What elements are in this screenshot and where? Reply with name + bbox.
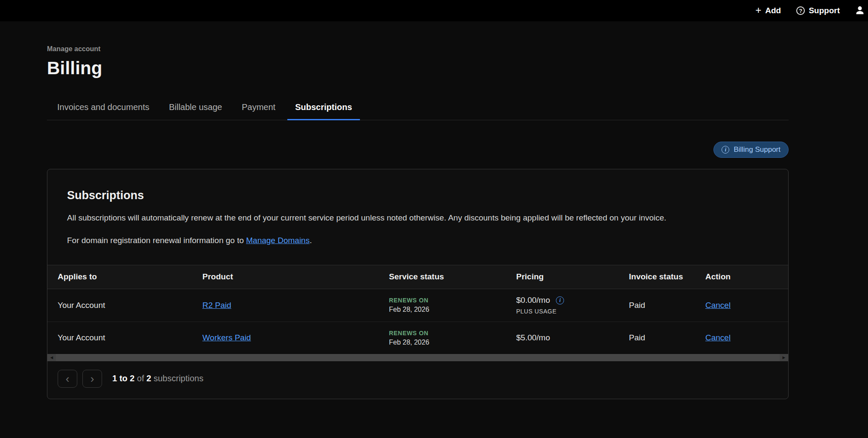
renews-on-label: Renews on bbox=[389, 297, 516, 304]
card-title: Subscriptions bbox=[67, 189, 769, 202]
pagination-total: 2 bbox=[146, 374, 151, 383]
user-menu-button[interactable] bbox=[855, 6, 865, 16]
subscriptions-card: Subscriptions All subscriptions will aut… bbox=[47, 169, 789, 399]
column-header-pricing: Pricing bbox=[516, 272, 629, 281]
topbar: + Add ? Support bbox=[0, 0, 868, 21]
pagination-summary: 1 to 2 of 2 subscriptions bbox=[112, 374, 203, 383]
next-page-button[interactable]: › bbox=[82, 370, 102, 388]
domains-text-suffix: . bbox=[310, 236, 312, 245]
pagination: ‹ › 1 to 2 of 2 subscriptions bbox=[47, 361, 788, 399]
info-icon: i bbox=[722, 146, 729, 154]
tab-billable-usage[interactable]: Billable usage bbox=[161, 96, 230, 120]
cell-applies-to: Your Account bbox=[58, 301, 202, 310]
cell-applies-to: Your Account bbox=[58, 333, 202, 342]
price-value: $0.00/mo bbox=[516, 296, 550, 305]
question-circle-icon: ? bbox=[796, 6, 805, 15]
previous-page-button[interactable]: ‹ bbox=[58, 370, 77, 388]
column-header-invoice-status: Invoice status bbox=[629, 272, 705, 281]
chevron-right-icon: › bbox=[91, 373, 94, 384]
pagination-unit: subscriptions bbox=[151, 374, 203, 383]
column-header-action: Action bbox=[705, 272, 778, 281]
card-domains-line: For domain registration renewal informat… bbox=[67, 236, 769, 245]
add-button-label: Add bbox=[765, 6, 781, 15]
cancel-link[interactable]: Cancel bbox=[705, 301, 731, 310]
billing-support-label: Billing Support bbox=[734, 145, 780, 154]
support-button[interactable]: ? Support bbox=[796, 6, 840, 15]
horizontal-scrollbar[interactable]: ◄ ► bbox=[47, 354, 788, 361]
pricing-info-icon[interactable]: i bbox=[556, 296, 564, 305]
product-link-workers-paid[interactable]: Workers Paid bbox=[202, 333, 251, 342]
scroll-left-icon[interactable]: ◄ bbox=[47, 354, 56, 361]
billing-support-button[interactable]: i Billing Support bbox=[713, 142, 789, 158]
main-content: Manage account Billing Invoices and docu… bbox=[47, 21, 789, 399]
price-note: PLUS USAGE bbox=[516, 308, 629, 315]
product-link-r2-paid[interactable]: R2 Paid bbox=[202, 301, 231, 310]
manage-domains-link[interactable]: Manage Domains bbox=[246, 236, 310, 245]
renewal-date: Feb 28, 2026 bbox=[389, 339, 516, 346]
table-row: Your Account Workers Paid Renews on Feb … bbox=[47, 322, 788, 354]
tab-subscriptions[interactable]: Subscriptions bbox=[287, 96, 359, 120]
domains-text-prefix: For domain registration renewal informat… bbox=[67, 236, 246, 245]
renews-on-label: Renews on bbox=[389, 330, 516, 336]
pagination-range: 1 to 2 bbox=[112, 374, 134, 383]
breadcrumb[interactable]: Manage account bbox=[47, 45, 789, 53]
cancel-link[interactable]: Cancel bbox=[705, 333, 731, 342]
price-value: $5.00/mo bbox=[516, 333, 550, 342]
tab-invoices-and-documents[interactable]: Invoices and documents bbox=[50, 96, 157, 120]
add-button[interactable]: + Add bbox=[755, 6, 781, 15]
plus-icon: + bbox=[755, 5, 761, 15]
cell-invoice-status: Paid bbox=[629, 333, 705, 342]
scrollbar-thumb[interactable] bbox=[56, 354, 780, 361]
renewal-date: Feb 28, 2026 bbox=[389, 306, 516, 313]
pagination-of: of bbox=[134, 374, 146, 383]
scroll-right-icon[interactable]: ► bbox=[780, 354, 788, 361]
chevron-left-icon: ‹ bbox=[66, 373, 70, 384]
table-header-row: Applies to Product Service status Pricin… bbox=[47, 265, 788, 289]
subscriptions-card-body: Subscriptions All subscriptions will aut… bbox=[47, 169, 788, 265]
billing-support-row: i Billing Support bbox=[47, 142, 789, 158]
column-header-service-status: Service status bbox=[389, 272, 516, 281]
column-header-applies-to: Applies to bbox=[58, 272, 202, 281]
page-title: Billing bbox=[47, 58, 789, 78]
card-description: All subscriptions will automatically ren… bbox=[67, 212, 769, 224]
cell-invoice-status: Paid bbox=[629, 301, 705, 310]
column-header-product: Product bbox=[202, 272, 389, 281]
cell-service-status: Renews on Feb 28, 2026 bbox=[389, 330, 516, 346]
user-icon bbox=[855, 6, 865, 16]
cell-pricing: $0.00/mo i PLUS USAGE bbox=[516, 296, 629, 315]
cell-pricing: $5.00/mo bbox=[516, 333, 629, 342]
table-row: Your Account R2 Paid Renews on Feb 28, 2… bbox=[47, 289, 788, 322]
cell-service-status: Renews on Feb 28, 2026 bbox=[389, 297, 516, 313]
support-button-label: Support bbox=[809, 6, 840, 15]
tab-payment[interactable]: Payment bbox=[234, 96, 283, 120]
billing-tabs: Invoices and documents Billable usage Pa… bbox=[47, 96, 789, 120]
